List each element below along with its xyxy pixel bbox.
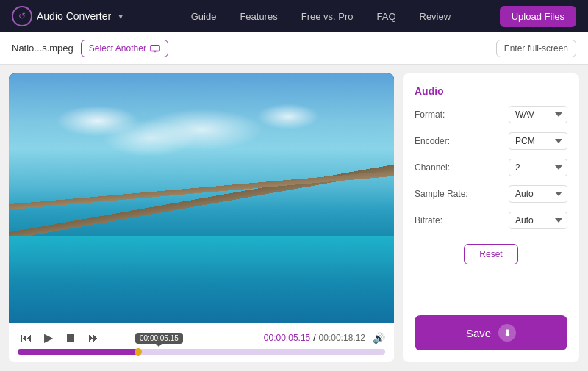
- format-label: Format:: [415, 109, 445, 120]
- progress-fill: [18, 349, 139, 355]
- reset-button[interactable]: Reset: [464, 244, 517, 264]
- water-overlay: [9, 236, 394, 323]
- main-area: ⏮ ▶ ⏹ ⏭ 00:00:05.15 / 00:00:18.12 🔊 00:0…: [0, 65, 588, 371]
- bitrate-select[interactable]: Auto 128kbps 256kbps: [509, 212, 567, 229]
- fullscreen-button[interactable]: Enter full-screen: [496, 40, 576, 57]
- monitor-icon: [150, 43, 160, 54]
- navbar: ↺ Audio Converter ▼ Guide Features Free …: [0, 0, 588, 32]
- brand-icon: ↺: [12, 6, 32, 26]
- settings-title: Audio: [415, 85, 567, 97]
- reset-container: Reset: [415, 241, 567, 264]
- save-icon: ⬇: [498, 324, 516, 342]
- channel-row: Channel: 2 1: [415, 159, 567, 176]
- play-button[interactable]: ▶: [41, 329, 56, 346]
- save-label: Save: [466, 327, 491, 339]
- encoder-select[interactable]: PCM MP3 AAC: [509, 132, 567, 150]
- channel-label: Channel:: [415, 162, 450, 173]
- svg-rect-0: [151, 45, 159, 51]
- format-select[interactable]: WAV MP3 AAC FLAC: [509, 106, 567, 123]
- nav-links: Guide Features Free vs. Pro FAQ Review: [142, 11, 500, 22]
- sample-rate-label: Sample Rate:: [415, 189, 468, 199]
- sample-rate-row: Sample Rate: Auto 44100 48000: [415, 185, 567, 203]
- time-display: 00:00:05.15 / 00:00:18.12 🔊: [264, 332, 385, 344]
- bitrate-label: Bitrate:: [415, 215, 442, 226]
- progress-container: 00:00:05.15: [18, 349, 385, 355]
- video-frame: [9, 73, 394, 323]
- brand: ↺ Audio Converter ▼: [12, 6, 124, 26]
- upload-files-button[interactable]: Upload Files: [500, 6, 576, 27]
- fast-forward-button[interactable]: ⏭: [85, 330, 103, 346]
- video-preview: [9, 73, 394, 323]
- video-panel: ⏮ ▶ ⏹ ⏭ 00:00:05.15 / 00:00:18.12 🔊 00:0…: [9, 73, 394, 362]
- save-button[interactable]: Save ⬇: [415, 315, 567, 350]
- nav-free-vs-pro[interactable]: Free vs. Pro: [301, 11, 354, 22]
- rewind-button[interactable]: ⏮: [18, 330, 35, 346]
- stop-button[interactable]: ⏹: [62, 330, 79, 346]
- toolbar-left: Natio...s.mpeg Select Another: [12, 40, 168, 57]
- mountain-overlay: [9, 161, 394, 236]
- format-row: Format: WAV MP3 AAC FLAC: [415, 106, 567, 123]
- brand-dropdown-arrow[interactable]: ▼: [117, 12, 124, 21]
- channel-select[interactable]: 2 1: [509, 159, 567, 176]
- progress-tooltip: 00:00:05.15: [135, 333, 183, 344]
- progress-track[interactable]: [18, 349, 385, 355]
- brand-name: Audio Converter: [37, 10, 111, 22]
- video-controls: ⏮ ▶ ⏹ ⏭ 00:00:05.15 / 00:00:18.12 🔊 00:0…: [9, 323, 394, 362]
- toolbar: Natio...s.mpeg Select Another Enter full…: [0, 32, 588, 65]
- volume-button[interactable]: 🔊: [373, 332, 385, 344]
- settings-panel: Audio Format: WAV MP3 AAC FLAC Encoder: …: [403, 73, 579, 362]
- nav-review[interactable]: Review: [420, 11, 451, 22]
- select-another-label: Select Another: [89, 43, 146, 54]
- file-name: Natio...s.mpeg: [12, 43, 74, 54]
- sample-rate-select[interactable]: Auto 44100 48000: [509, 185, 567, 203]
- time-current: 00:00:05.15: [264, 333, 310, 343]
- controls-row: ⏮ ▶ ⏹ ⏭ 00:00:05.15 / 00:00:18.12 🔊: [18, 329, 385, 346]
- progress-marker: [135, 348, 142, 356]
- spacer: [415, 270, 567, 309]
- time-separator: /: [313, 333, 315, 343]
- encoder-row: Encoder: PCM MP3 AAC: [415, 132, 567, 150]
- bitrate-row: Bitrate: Auto 128kbps 256kbps: [415, 212, 567, 229]
- nav-guide[interactable]: Guide: [191, 11, 217, 22]
- encoder-label: Encoder:: [415, 136, 450, 146]
- time-total: 00:00:18.12: [319, 333, 365, 343]
- nav-faq[interactable]: FAQ: [376, 11, 395, 22]
- nav-features[interactable]: Features: [240, 11, 277, 22]
- select-another-button[interactable]: Select Another: [81, 40, 168, 57]
